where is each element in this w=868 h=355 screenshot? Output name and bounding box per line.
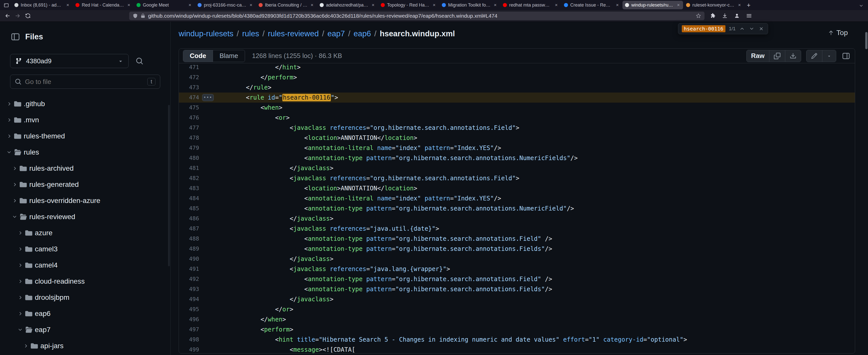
line-number[interactable]: 498 xyxy=(179,334,199,345)
code-line[interactable]: 496 </when> xyxy=(179,314,855,324)
line-number[interactable]: 489 xyxy=(179,244,199,254)
previous-match-button[interactable] xyxy=(739,26,745,31)
line-number[interactable]: 491 xyxy=(179,264,199,274)
copy-raw-button[interactable] xyxy=(769,50,785,62)
code-line[interactable]: 473 </rule> xyxy=(179,83,855,93)
address-bar[interactable]: github.com/windup/windup-rulesets/blob/4… xyxy=(129,11,705,20)
line-number[interactable]: 492 xyxy=(179,274,199,284)
tab-close-icon[interactable]: × xyxy=(615,2,619,8)
browser-tab[interactable]: Inbox (8,691) - adelahoz...× xyxy=(12,1,72,9)
line-number[interactable]: 493 xyxy=(179,284,199,294)
edit-options-caret-button[interactable] xyxy=(822,50,836,62)
tab-close-icon[interactable]: × xyxy=(188,2,192,8)
code-line[interactable]: 485 <annotation-type pattern="org.hibern… xyxy=(179,203,855,214)
line-number[interactable]: 481 xyxy=(179,163,199,173)
close-find-button[interactable] xyxy=(758,26,764,31)
line-number[interactable]: 497 xyxy=(179,324,199,334)
line-number[interactable]: 487 xyxy=(179,224,199,234)
code-line[interactable]: 493 <annotation-type pattern="org.hibern… xyxy=(179,284,855,294)
downloads-button[interactable] xyxy=(720,11,730,21)
go-to-file-field[interactable] xyxy=(25,78,144,86)
tree-item-eap7[interactable]: eap7 xyxy=(0,322,170,338)
tree-item-rules-reviewed[interactable]: rules-reviewed xyxy=(0,209,170,225)
code-line[interactable]: 472 </perform> xyxy=(179,72,855,83)
tab-close-icon[interactable]: × xyxy=(127,2,131,8)
code-line[interactable]: 488 <annotation-type pattern="org.hibern… xyxy=(179,234,855,244)
find-query-input[interactable]: hsearch-00116 xyxy=(682,25,725,32)
line-number[interactable]: 488 xyxy=(179,234,199,244)
line-number[interactable]: 494 xyxy=(179,294,199,304)
tab-close-icon[interactable]: × xyxy=(554,2,558,8)
back-button[interactable] xyxy=(2,11,12,21)
sidebar-scrollbar-thumb[interactable] xyxy=(168,105,170,266)
expand-row-button[interactable]: ••• xyxy=(202,94,214,101)
tab-close-icon[interactable]: × xyxy=(249,2,253,8)
new-tab-button[interactable]: + xyxy=(744,1,753,9)
code-line[interactable]: 477 <javaclass references="org.hibernate… xyxy=(179,123,855,133)
line-number[interactable]: 499 xyxy=(179,345,199,353)
browser-tab[interactable]: windup-rulesets/rules/r...× xyxy=(622,1,683,9)
line-number[interactable]: 477 xyxy=(179,123,199,133)
download-raw-button[interactable] xyxy=(785,50,801,62)
line-number[interactable]: 474 xyxy=(179,93,199,103)
line-number[interactable]: 476 xyxy=(179,113,199,123)
code-line[interactable]: 498 <hint title="Hibernate Search 5 - Ch… xyxy=(179,334,855,345)
account-button[interactable] xyxy=(732,11,742,21)
code-line[interactable]: 486 </javaclass> xyxy=(179,214,855,224)
page-scrollbar-thumb[interactable] xyxy=(865,32,868,49)
tree-item-eap6[interactable]: eap6 xyxy=(0,305,170,322)
line-number[interactable]: 472 xyxy=(179,72,199,83)
tree-item-rules-archived[interactable]: rules-archived xyxy=(0,160,170,176)
code-line[interactable]: 480 <annotation-type pattern="org.hibern… xyxy=(179,153,855,163)
code-line[interactable]: 495 </or> xyxy=(179,304,855,314)
code-line[interactable]: 482 <javaclass references="org.hibernate… xyxy=(179,173,855,183)
branch-selector-button[interactable]: 4380ad9 xyxy=(10,54,129,68)
line-number[interactable]: 475 xyxy=(179,103,199,113)
browser-tab[interactable]: ruleset-konveyor-custo...× xyxy=(684,1,744,9)
code-line[interactable]: 471 </hint> xyxy=(179,63,855,72)
back-to-top-button[interactable]: Top xyxy=(828,29,848,37)
go-to-file-input[interactable]: t xyxy=(10,75,160,89)
next-match-button[interactable] xyxy=(749,26,755,31)
firefox-view-button[interactable] xyxy=(2,1,10,9)
bookmark-star-icon[interactable] xyxy=(696,13,701,19)
line-number[interactable]: 479 xyxy=(179,143,199,153)
breadcrumb-link[interactable]: eap6 xyxy=(353,29,371,38)
line-number[interactable]: 478 xyxy=(179,133,199,143)
tree-item-rules[interactable]: rules xyxy=(0,144,170,160)
reload-button[interactable] xyxy=(23,11,33,21)
line-number[interactable]: 482 xyxy=(179,173,199,183)
tab-close-icon[interactable]: × xyxy=(737,2,742,8)
line-number[interactable]: 473 xyxy=(179,83,199,93)
menu-button[interactable] xyxy=(744,11,754,21)
list-all-tabs-button[interactable] xyxy=(856,3,867,8)
code-line[interactable]: 483 <location>ANNOTATION</location> xyxy=(179,183,855,193)
line-number[interactable]: 490 xyxy=(179,254,199,264)
tab-close-icon[interactable]: × xyxy=(66,2,70,8)
line-number[interactable]: 484 xyxy=(179,193,199,203)
tree-item-rules-themed[interactable]: rules-themed xyxy=(0,128,170,144)
code-line[interactable]: 479 <annotation-literal name="index" pat… xyxy=(179,143,855,153)
code-line[interactable]: 476 <or> xyxy=(179,113,855,123)
browser-tab[interactable]: redhat mta password -...× xyxy=(500,1,561,9)
code-line[interactable]: 499 <message><![CDATA[ xyxy=(179,345,855,353)
code-scroll-area[interactable]: 471 </hint>472 </perform>473 </rule>474 … xyxy=(179,63,855,353)
breadcrumb-link[interactable]: rules xyxy=(242,29,259,38)
tab-close-icon[interactable]: × xyxy=(371,2,375,8)
breadcrumb-link[interactable]: eap7 xyxy=(328,29,345,38)
line-number[interactable]: 495 xyxy=(179,304,199,314)
tree-item-rules-overridden-azure[interactable]: rules-overridden-azure xyxy=(0,193,170,209)
raw-button[interactable]: Raw xyxy=(747,50,769,62)
tree-item-azure[interactable]: azure xyxy=(0,225,170,241)
code-line[interactable]: 484 <annotation-literal name="index" pat… xyxy=(179,193,855,203)
breadcrumb-link[interactable]: windup-rulesets xyxy=(179,29,234,38)
browser-tab[interactable]: adelahozredhat/path-fin...× xyxy=(317,1,378,9)
tree-item-camel3[interactable]: camel3 xyxy=(0,241,170,257)
tab-close-icon[interactable]: × xyxy=(432,2,436,8)
browser-tab[interactable]: proj-63166-msc-cargo-...× xyxy=(195,1,256,9)
line-number[interactable]: 483 xyxy=(179,183,199,193)
tab-close-icon[interactable]: × xyxy=(676,2,681,8)
browser-tab[interactable]: Google Meet× xyxy=(134,1,194,9)
code-line[interactable]: 475 <when> xyxy=(179,103,855,113)
code-line[interactable]: 491 <javaclass references="java.lang.{wr… xyxy=(179,264,855,274)
